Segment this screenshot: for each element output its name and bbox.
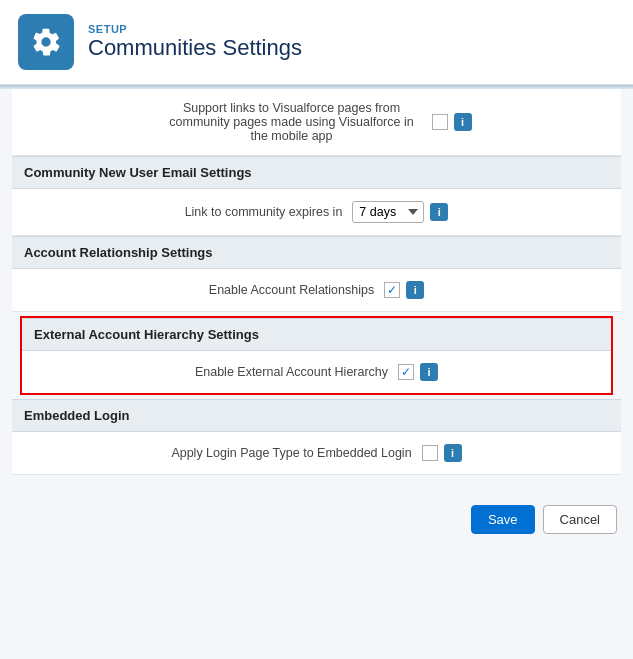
enable-account-relationships-info-icon[interactable]: i — [406, 281, 424, 299]
gear-icon — [30, 26, 62, 58]
cancel-button[interactable]: Cancel — [543, 505, 617, 534]
setting-row-enable-external-account-hierarchy: Enable External Account Hierarchy i — [22, 351, 611, 393]
setting-row-link-expires: Link to community expires in 7 days 14 d… — [12, 189, 621, 236]
enable-account-relationships-control: i — [384, 281, 424, 299]
apply-login-page-info-icon[interactable]: i — [444, 444, 462, 462]
enable-external-account-hierarchy-checkbox[interactable] — [398, 364, 414, 380]
apply-login-page-control: i — [422, 444, 462, 462]
apply-login-page-label: Apply Login Page Type to Embedded Login — [171, 446, 411, 460]
save-button[interactable]: Save — [471, 505, 535, 534]
support-links-checkbox[interactable] — [432, 114, 448, 130]
enable-external-account-hierarchy-label: Enable External Account Hierarchy — [195, 365, 388, 379]
support-links-info-icon[interactable]: i — [454, 113, 472, 131]
section-embedded-login: Embedded Login Apply Login Page Type to … — [12, 399, 621, 475]
enable-external-account-hierarchy-control: i — [398, 363, 438, 381]
support-links-control: i — [432, 113, 472, 131]
enable-external-account-hierarchy-info-icon[interactable]: i — [420, 363, 438, 381]
enable-account-relationships-label: Enable Account Relationships — [209, 283, 374, 297]
content-area: Support links to Visualforce pages from … — [0, 89, 633, 491]
link-expires-control: 7 days 14 days 30 days 60 days 90 days i — [352, 201, 448, 223]
link-expires-select[interactable]: 7 days 14 days 30 days 60 days 90 days — [352, 201, 424, 223]
footer: Save Cancel — [0, 491, 633, 548]
header-text: SETUP Communities Settings — [88, 23, 302, 61]
apply-login-page-checkbox[interactable] — [422, 445, 438, 461]
section-visualforce: Support links to Visualforce pages from … — [12, 89, 621, 156]
link-expires-label: Link to community expires in — [185, 205, 343, 219]
account-relationship-header: Account Relationship Settings — [12, 236, 621, 269]
setup-label: SETUP — [88, 23, 302, 35]
section-community-email: Community New User Email Settings Link t… — [12, 156, 621, 236]
embedded-login-header: Embedded Login — [12, 399, 621, 432]
community-email-header: Community New User Email Settings — [12, 156, 621, 189]
page-title: Communities Settings — [88, 35, 302, 61]
section-account-relationship: Account Relationship Settings Enable Acc… — [12, 236, 621, 312]
section-external-account-hierarchy: External Account Hierarchy Settings Enab… — [20, 316, 613, 395]
setting-row-support-links: Support links to Visualforce pages from … — [12, 89, 621, 156]
page-header: SETUP Communities Settings — [0, 0, 633, 85]
header-icon-wrap — [18, 14, 74, 70]
setting-row-enable-account-relationships: Enable Account Relationships i — [12, 269, 621, 312]
enable-account-relationships-checkbox[interactable] — [384, 282, 400, 298]
setting-row-apply-login-page: Apply Login Page Type to Embedded Login … — [12, 432, 621, 475]
support-links-label: Support links to Visualforce pages from … — [162, 101, 422, 143]
external-account-hierarchy-header: External Account Hierarchy Settings — [22, 318, 611, 351]
link-expires-info-icon[interactable]: i — [430, 203, 448, 221]
